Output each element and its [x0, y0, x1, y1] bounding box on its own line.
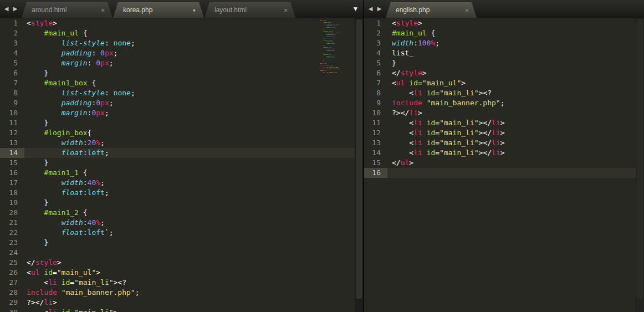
code-line-3[interactable]: 3width:100%;	[364, 38, 644, 48]
line-number[interactable]: 22	[0, 228, 24, 238]
code-line-13[interactable]: 13 width:20%;	[0, 138, 363, 148]
line-number[interactable]: 5	[364, 58, 387, 68]
nav-back-icon[interactable]: ◀	[3, 6, 10, 12]
line-number[interactable]: 30	[0, 308, 24, 312]
code-line-22[interactable]: 22 float:left`;	[0, 228, 363, 238]
line-number[interactable]: 16	[0, 168, 24, 178]
line-number[interactable]: 12	[364, 128, 387, 138]
line-number[interactable]: 9	[364, 98, 387, 108]
line-number[interactable]: 14	[0, 148, 24, 158]
code-line-4[interactable]: 4list_	[364, 48, 644, 58]
minimap[interactable]: 1<style>2 #main_ul {3 list-style: none;4…	[320, 19, 354, 310]
code-line-18[interactable]: 18 float:left;	[0, 188, 363, 198]
tab-english.php[interactable]: english.php×	[386, 2, 477, 18]
line-number[interactable]: 4	[364, 48, 387, 58]
line-number[interactable]: 2	[0, 28, 24, 38]
line-number[interactable]: 6	[364, 68, 387, 78]
code-line-7[interactable]: 7 #main1_box {	[0, 78, 363, 88]
right-scrollbar[interactable]	[636, 18, 644, 312]
line-number[interactable]: 2	[364, 28, 387, 38]
line-number[interactable]: 24	[0, 248, 24, 258]
left-scrollbar-thumb[interactable]	[356, 19, 362, 299]
code-line-23[interactable]: 23 }	[0, 238, 363, 248]
code-line-15[interactable]: 15</ul>	[364, 158, 644, 168]
code-line-14[interactable]: 14 float:left;	[0, 148, 363, 158]
close-icon[interactable]: ×	[99, 6, 107, 14]
code-line-8[interactable]: 8 list-style: none;	[0, 88, 363, 98]
code-line-30[interactable]: 30 <li id="main_li">	[0, 308, 363, 312]
line-number[interactable]: 4	[0, 48, 24, 58]
line-number[interactable]: 15	[0, 158, 24, 168]
left-editor-area[interactable]: 1<style>2 #main_ul {3 list-style: none;4…	[0, 18, 363, 312]
code-line-8[interactable]: 8 <li id="main_li"><?	[364, 88, 644, 98]
code-line-1[interactable]: 1<style>	[0, 18, 363, 28]
close-icon[interactable]: ×	[463, 6, 471, 14]
code-line-5[interactable]: 5}	[364, 58, 644, 68]
close-icon[interactable]: ×	[282, 6, 290, 14]
line-number[interactable]: 29	[0, 298, 24, 308]
modified-dot-icon[interactable]: ●	[190, 6, 198, 14]
line-number[interactable]: 13	[0, 138, 24, 148]
code-line-16[interactable]: 16	[364, 168, 644, 178]
line-number[interactable]: 11	[364, 118, 387, 128]
code-line-24[interactable]: 24	[0, 248, 363, 258]
code-line-1[interactable]: 1<style>	[364, 18, 644, 28]
line-number[interactable]: 18	[0, 188, 24, 198]
line-number[interactable]: 9	[0, 98, 24, 108]
line-number[interactable]: 1	[0, 18, 24, 28]
line-number[interactable]: 7	[0, 78, 24, 88]
line-number[interactable]: 3	[0, 38, 24, 48]
line-number[interactable]: 17	[0, 178, 24, 188]
line-number[interactable]: 27	[0, 278, 24, 288]
line-number[interactable]: 15	[364, 158, 387, 168]
left-scrollbar[interactable]	[355, 18, 363, 312]
code-line-27[interactable]: 27 <li id="main_li"><?	[0, 278, 363, 288]
line-number[interactable]: 11	[0, 118, 24, 128]
code-line-28[interactable]: 28include "main_banner.php";	[0, 288, 363, 298]
line-number[interactable]: 23	[0, 238, 24, 248]
line-number[interactable]: 1	[364, 18, 387, 28]
code-line-26[interactable]: 26<ul id="main_ul">	[0, 268, 363, 278]
nav-forward-icon[interactable]: ▶	[12, 6, 19, 12]
line-number[interactable]: 13	[364, 138, 387, 148]
line-number[interactable]: 10	[0, 108, 24, 118]
nav-forward-icon[interactable]: ▶	[376, 6, 383, 12]
code-line-5[interactable]: 5 margin: 0px;	[0, 58, 363, 68]
nav-back-icon[interactable]: ◀	[367, 6, 374, 12]
line-number[interactable]: 28	[0, 288, 24, 298]
code-line-6[interactable]: 6</style>	[364, 68, 644, 78]
code-line-12[interactable]: 12 #login_box{	[0, 128, 363, 138]
line-number[interactable]: 21	[0, 218, 24, 228]
code-line-11[interactable]: 11 }	[0, 118, 363, 128]
line-number[interactable]: 5	[0, 58, 24, 68]
line-number[interactable]: 12	[0, 128, 24, 138]
code-line-7[interactable]: 7<ul id="main_ul">	[364, 78, 644, 88]
tab-around.html[interactable]: around.html×	[22, 2, 113, 18]
code-line-10[interactable]: 10?></li>	[364, 108, 644, 118]
code-line-4[interactable]: 4 padding: 0px;	[0, 48, 363, 58]
line-number[interactable]: 25	[0, 258, 24, 268]
code-line-29[interactable]: 29?></li>	[0, 298, 363, 308]
line-number[interactable]: 8	[0, 88, 24, 98]
line-number[interactable]: 19	[0, 198, 24, 208]
code-line-13[interactable]: 13 <li id="main_li"></li>	[364, 138, 644, 148]
tab-layout.html[interactable]: layout.html×	[205, 2, 295, 18]
code-line-2[interactable]: 2 #main_ul {	[0, 28, 363, 38]
code-line-6[interactable]: 6 }	[0, 68, 363, 78]
right-editor-area[interactable]: 1<style>2#main_ul {3width:100%;4list_5}6…	[364, 18, 644, 312]
line-number[interactable]: 14	[364, 148, 387, 158]
code-line-16[interactable]: 16 #main1_1 {	[0, 168, 363, 178]
code-line-11[interactable]: 11 <li id="main_li"></li>	[364, 118, 644, 128]
line-number[interactable]: 16	[364, 168, 387, 178]
line-number[interactable]: 20	[0, 208, 24, 218]
line-number[interactable]: 8	[364, 88, 387, 98]
code-line-9[interactable]: 9 padding:0px;	[0, 98, 363, 108]
line-number[interactable]: 26	[0, 268, 24, 278]
right-scrollbar-thumb[interactable]	[637, 19, 643, 299]
line-number[interactable]: 7	[364, 78, 387, 88]
code-line-25[interactable]: 25</style>	[0, 258, 363, 268]
code-line-20[interactable]: 20 #main1_2 {	[0, 208, 363, 218]
code-line-9[interactable]: 9include "main_banner.php";	[364, 98, 644, 108]
code-line-2[interactable]: 2#main_ul {	[364, 28, 644, 38]
code-line-14[interactable]: 14 <li id="main_li"></li>	[364, 148, 644, 158]
